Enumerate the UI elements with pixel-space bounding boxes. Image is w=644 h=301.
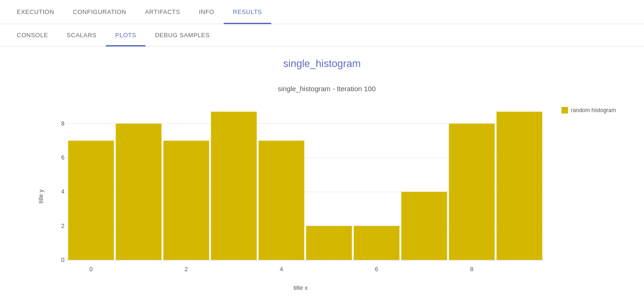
svg-rect-13 bbox=[211, 112, 257, 260]
svg-rect-18 bbox=[449, 124, 494, 260]
svg-text:4: 4 bbox=[61, 188, 64, 195]
sub-tab-debug-samples[interactable]: DEBUG SAMPLES bbox=[145, 24, 219, 46]
svg-rect-11 bbox=[116, 124, 161, 260]
svg-text:0: 0 bbox=[61, 256, 64, 263]
top-tab-execution[interactable]: EXECUTION bbox=[7, 0, 63, 24]
top-tab-info[interactable]: INFO bbox=[190, 0, 224, 24]
top-tab-bar: EXECUTIONCONFIGURATIONARTIFACTSINFORESUL… bbox=[0, 0, 644, 24]
svg-rect-19 bbox=[496, 112, 542, 260]
svg-text:6: 6 bbox=[375, 266, 378, 273]
svg-text:4: 4 bbox=[280, 266, 283, 273]
svg-rect-10 bbox=[68, 140, 114, 260]
top-tab-artifacts[interactable]: ARTIFACTS bbox=[136, 0, 190, 24]
legend-item: random histogram bbox=[562, 107, 616, 114]
top-tab-configuration[interactable]: CONFIGURATION bbox=[63, 0, 136, 24]
svg-rect-12 bbox=[164, 140, 209, 260]
chart-area: single_histogram - Iteration 100 title y… bbox=[0, 75, 644, 301]
legend-color-swatch bbox=[562, 107, 568, 114]
sub-tab-scalars[interactable]: SCALARS bbox=[57, 24, 106, 46]
svg-rect-15 bbox=[306, 226, 352, 260]
svg-text:8: 8 bbox=[470, 266, 473, 273]
x-axis-label: title x bbox=[49, 284, 552, 291]
chart-subtitle: single_histogram - Iteration 100 bbox=[37, 85, 616, 93]
top-tab-results[interactable]: RESULTS bbox=[224, 0, 272, 24]
svg-text:6: 6 bbox=[61, 154, 64, 161]
sub-tab-bar: CONSOLESCALARSPLOTSDEBUG SAMPLES bbox=[0, 24, 644, 47]
histogram-chart: 0246802468 bbox=[49, 102, 552, 279]
y-axis-label: title y bbox=[37, 189, 44, 203]
svg-text:0: 0 bbox=[89, 266, 93, 273]
plot-title: single_histogram bbox=[0, 47, 644, 75]
sub-tab-console[interactable]: CONSOLE bbox=[7, 24, 57, 46]
svg-text:2: 2 bbox=[61, 222, 64, 229]
legend-label: random histogram bbox=[571, 107, 616, 114]
sub-tab-plots[interactable]: PLOTS bbox=[106, 24, 145, 46]
svg-rect-17 bbox=[401, 192, 447, 260]
svg-text:2: 2 bbox=[185, 266, 188, 273]
svg-rect-14 bbox=[259, 140, 304, 260]
svg-rect-16 bbox=[354, 226, 399, 260]
svg-text:8: 8 bbox=[61, 120, 64, 127]
